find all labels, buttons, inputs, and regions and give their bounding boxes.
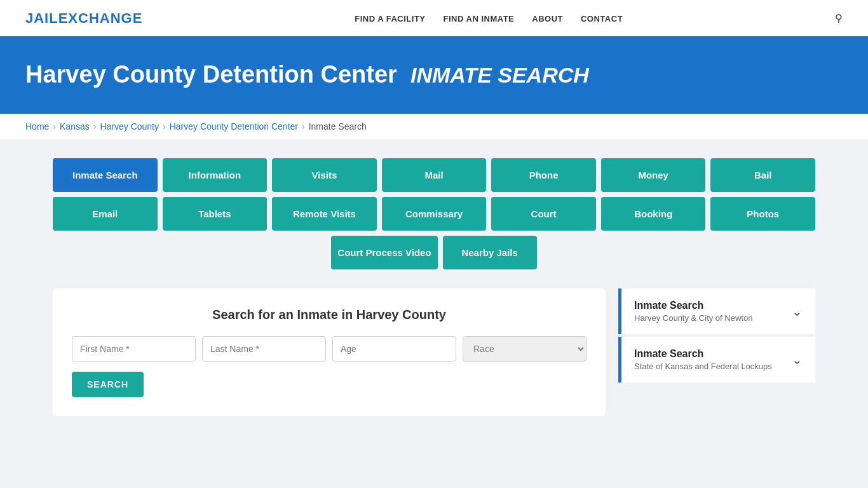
tab-mail[interactable]: Mail (382, 158, 487, 192)
navbar: JAILEXCHANGE FIND A FACILITYFIND AN INMA… (0, 0, 868, 38)
sidebar-item[interactable]: Inmate Search State of Kansas and Federa… (618, 337, 815, 383)
first-name-input[interactable] (72, 336, 196, 362)
sidebar-item[interactable]: Inmate Search Harvey County & City of Ne… (618, 288, 815, 334)
age-input[interactable] (332, 336, 456, 362)
tab-phone[interactable]: Phone (491, 158, 596, 192)
tab-money[interactable]: Money (601, 158, 706, 192)
tab-email[interactable]: Email (53, 197, 158, 231)
breadcrumb-link[interactable]: Home (25, 121, 49, 132)
tab-court[interactable]: Court (491, 197, 596, 231)
chevron-down-icon: ⌄ (792, 304, 803, 319)
chevron-down-icon: ⌄ (792, 352, 803, 367)
hero-title-main: Harvey County Detention Center (25, 61, 397, 88)
tab-court-process-video[interactable]: Court Process Video (331, 236, 437, 269)
sidebar-item-title: Inmate Search (634, 348, 772, 360)
breadcrumb-link[interactable]: Harvey County Detention Center (170, 121, 298, 132)
nav-link-find-an-inmate[interactable]: FIND AN INMATE (444, 14, 515, 24)
tab-commissary[interactable]: Commissary (382, 197, 487, 231)
logo-part1: JAIL (25, 10, 58, 26)
breadcrumb-link[interactable]: Kansas (60, 121, 90, 132)
logo-part2-highlight: EXCHANGE (58, 10, 143, 26)
search-fields: RaceWhiteBlackHispanicAsianOther (72, 336, 587, 362)
breadcrumb-sep: › (53, 121, 56, 132)
last-name-input[interactable] (202, 336, 326, 362)
tab-nearby-jails[interactable]: Nearby Jails (443, 236, 537, 269)
search-icon[interactable]: ⚲ (835, 12, 843, 24)
nav-link-about[interactable]: ABOUT (532, 14, 563, 24)
search-panel: Search for an Inmate in Harvey County Ra… (53, 288, 606, 416)
tab-booking[interactable]: Booking (601, 197, 706, 231)
breadcrumb-current: Inmate Search (309, 121, 367, 132)
main-sidebar: Search for an Inmate in Harvey County Ra… (53, 288, 815, 416)
breadcrumb: Home›Kansas›Harvey County›Harvey County … (0, 114, 868, 139)
sidebar-item-subtitle: Harvey County & City of Newton (634, 313, 752, 323)
breadcrumb-link[interactable]: Harvey County (100, 121, 159, 132)
logo[interactable]: JAILEXCHANGE (25, 10, 142, 27)
tab-inmate-search[interactable]: Inmate Search (53, 158, 158, 192)
race-select[interactable]: RaceWhiteBlackHispanicAsianOther (463, 336, 587, 362)
sidebar-item-text: Inmate Search State of Kansas and Federa… (634, 348, 772, 371)
tab-tablets[interactable]: Tablets (163, 197, 268, 231)
breadcrumb-sep: › (163, 121, 166, 132)
breadcrumb-sep: › (93, 121, 97, 132)
sidebar-item-text: Inmate Search Harvey County & City of Ne… (634, 300, 752, 323)
tab-photos[interactable]: Photos (710, 197, 815, 231)
tabs-grid: Inmate SearchInformationVisitsMailPhoneM… (53, 158, 815, 269)
sidebar: Inmate Search Harvey County & City of Ne… (618, 288, 815, 383)
tab-visits[interactable]: Visits (272, 158, 377, 192)
nav-menu: FIND A FACILITYFIND AN INMATEABOUTCONTAC… (355, 13, 623, 24)
tabs-row2: EmailTabletsRemote VisitsCommissaryCourt… (53, 197, 815, 231)
search-button[interactable]: SEARCH (72, 372, 144, 397)
sidebar-item-subtitle: State of Kansas and Federal Lockups (634, 362, 772, 371)
sidebar-item-title: Inmate Search (634, 300, 752, 311)
search-panel-title: Search for an Inmate in Harvey County (72, 308, 587, 322)
breadcrumb-sep: › (302, 121, 305, 132)
hero-title: Harvey County Detention Center INMATE SE… (25, 61, 843, 88)
tabs-row3: Court Process VideoNearby Jails (53, 236, 815, 269)
tab-bail[interactable]: Bail (710, 158, 815, 192)
tab-information[interactable]: Information (163, 158, 268, 192)
tab-remote-visits[interactable]: Remote Visits (272, 197, 377, 231)
hero-banner: Harvey County Detention Center INMATE SE… (0, 38, 868, 114)
hero-title-emphasis: INMATE SEARCH (410, 63, 589, 87)
nav-link-contact[interactable]: CONTACT (581, 14, 623, 24)
nav-link-find-a-facility[interactable]: FIND A FACILITY (355, 14, 425, 24)
tabs-row1: Inmate SearchInformationVisitsMailPhoneM… (53, 158, 815, 192)
content-wrapper: Inmate SearchInformationVisitsMailPhoneM… (27, 139, 841, 435)
